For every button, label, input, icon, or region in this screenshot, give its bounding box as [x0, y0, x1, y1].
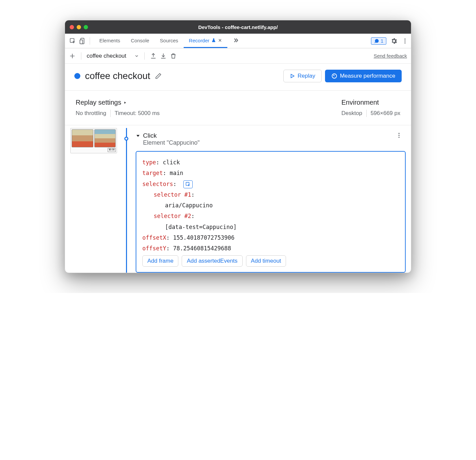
step-thumbnail: $0.00 — [70, 128, 117, 153]
svg-point-8 — [398, 135, 399, 136]
val-offsetx[interactable]: 155.40187072753906 — [173, 234, 234, 241]
window-maximize-button[interactable] — [84, 25, 88, 29]
recording-header: coffee checkout Replay Measure performan… — [65, 64, 411, 91]
chevron-down-icon — [134, 54, 139, 58]
svg-point-9 — [398, 137, 399, 138]
val-selector-2[interactable]: [data-test=Cappucino] — [165, 224, 237, 230]
selector-picker-icon[interactable] — [183, 180, 193, 188]
play-icon — [290, 73, 295, 79]
svg-rect-2 — [80, 40, 83, 44]
key-target: target — [142, 170, 163, 176]
issues-count: 1 — [381, 38, 383, 44]
tab-console[interactable]: Console — [126, 34, 155, 48]
val-selector-1[interactable]: aria/Cappucino — [165, 202, 213, 209]
add-timeout-button[interactable]: Add timeout — [246, 255, 286, 267]
traffic-lights — [70, 25, 88, 29]
step-area: $0.00 Click Element "Cappucino" type: — [65, 125, 411, 273]
caret-down-icon — [136, 133, 140, 138]
window-minimize-button[interactable] — [77, 25, 81, 29]
val-offsety[interactable]: 78.25460815429688 — [173, 245, 231, 252]
svg-point-7 — [398, 133, 399, 134]
caret-right-icon — [123, 101, 127, 105]
divider — [90, 37, 90, 45]
divider — [110, 110, 111, 117]
replay-settings-label: Replay settings — [76, 99, 121, 106]
window-close-button[interactable] — [70, 25, 74, 29]
measure-performance-button[interactable]: Measure performance — [325, 70, 402, 82]
export-icon[interactable] — [150, 53, 157, 59]
window-title: DevTools - coffee-cart.netlify.app/ — [65, 24, 411, 30]
key-selector-1: selector #1 — [154, 191, 191, 198]
edit-title-icon[interactable] — [155, 73, 162, 79]
step-title: Click — [143, 132, 200, 139]
gauge-icon — [331, 73, 337, 79]
timeline-dot — [124, 137, 128, 141]
recording-title: coffee checkout — [85, 71, 150, 81]
more-tabs-button[interactable] — [227, 34, 244, 48]
measure-button-label: Measure performance — [340, 73, 395, 79]
tab-elements[interactable]: Elements — [94, 34, 126, 48]
recording-dropdown[interactable]: coffee checkout — [87, 53, 139, 59]
step-subtitle: Element "Cappucino" — [143, 139, 200, 146]
key-offsety: offsetY — [142, 245, 166, 252]
inspect-element-icon[interactable] — [68, 36, 78, 46]
val-type[interactable]: click — [163, 159, 180, 166]
svg-point-5 — [404, 42, 405, 43]
recording-status-dot — [74, 73, 80, 79]
send-feedback-link[interactable]: Send feedback — [374, 53, 407, 59]
recording-dropdown-label: coffee checkout — [87, 53, 126, 59]
replay-button-label: Replay — [298, 73, 315, 79]
step-details-panel: type: click target: main selectors: sele… — [136, 151, 406, 273]
divider — [366, 110, 367, 117]
device-toggle-icon[interactable] — [78, 36, 88, 46]
add-asserted-events-button[interactable]: Add assertedEvents — [182, 255, 242, 267]
tab-sources[interactable]: Sources — [155, 34, 184, 48]
tab-label: Recorder — [189, 38, 210, 43]
environment-label: Environment — [341, 99, 379, 106]
tab-label: Sources — [160, 38, 178, 43]
new-recording-icon[interactable] — [69, 53, 76, 59]
issues-button[interactable]: 1 — [371, 37, 386, 45]
environment-heading: Environment — [341, 99, 400, 106]
replay-settings-heading[interactable]: Replay settings — [76, 99, 160, 106]
recorder-toolbar: coffee checkout Send feedback — [65, 48, 411, 64]
tab-label: Console — [131, 38, 149, 43]
flask-icon — [211, 38, 216, 43]
tab-recorder[interactable]: Recorder — [184, 34, 228, 48]
viewport-value: 596×669 px — [371, 110, 400, 117]
key-selectors: selectors — [142, 181, 173, 187]
divider — [81, 52, 81, 60]
timeout-value: Timeout: 5000 ms — [115, 110, 160, 117]
thumbnail-price-label: $0.00 — [108, 148, 116, 152]
timeline — [120, 128, 133, 273]
step-header[interactable]: Click Element "Cappucino" — [136, 132, 406, 146]
window-titlebar: DevTools - coffee-cart.netlify.app/ — [65, 20, 411, 34]
kebab-menu-icon[interactable] — [402, 38, 408, 44]
panel-tabs: Elements Console Sources Recorder — [94, 34, 244, 48]
tab-label: Elements — [99, 38, 120, 43]
key-offsetx: offsetX — [142, 234, 166, 241]
settings-icon[interactable] — [390, 37, 398, 45]
replay-button[interactable]: Replay — [283, 70, 322, 82]
svg-point-4 — [404, 40, 405, 41]
svg-point-3 — [404, 38, 405, 39]
key-type: type — [142, 159, 156, 166]
step-menu-icon[interactable] — [396, 132, 406, 139]
val-target[interactable]: main — [170, 170, 183, 176]
divider — [144, 52, 145, 60]
import-icon[interactable] — [160, 53, 167, 59]
settings-row: Replay settings No throttling Timeout: 5… — [65, 91, 411, 125]
devtools-window: DevTools - coffee-cart.netlify.app/ Elem… — [65, 20, 411, 273]
throttle-value: No throttling — [76, 110, 106, 117]
close-tab-icon[interactable] — [218, 38, 222, 42]
delete-icon[interactable] — [170, 53, 177, 59]
key-selector-2: selector #2 — [154, 213, 191, 219]
add-frame-button[interactable]: Add frame — [142, 255, 178, 267]
device-value: Desktop — [341, 110, 362, 117]
devtools-tabbar: Elements Console Sources Recorder 1 — [65, 34, 411, 48]
